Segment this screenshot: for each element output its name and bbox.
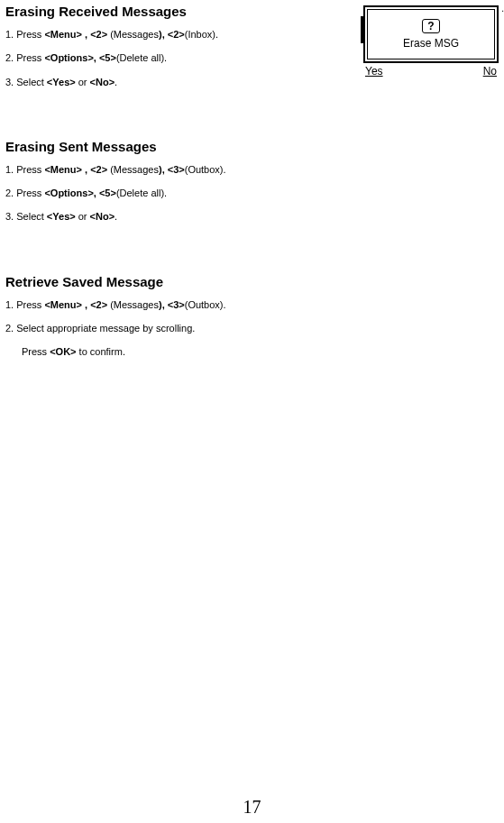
text: . [115, 77, 117, 87]
softkey-no: No [483, 65, 497, 78]
text: 3. Select [5, 211, 47, 222]
phone-message: Erase MSG [403, 37, 459, 50]
key: ), <2> [159, 29, 185, 40]
phone-inner: ? Erase MSG [367, 9, 495, 59]
section-retrieve-saved: Retrieve Saved Message 1. Press <Menu> ,… [5, 274, 499, 359]
text: 3. Select [5, 77, 47, 87]
key: <Yes> [47, 77, 76, 87]
text: (Outbox). [185, 299, 226, 310]
key: <Options>, <5> [44, 52, 115, 63]
phone-figure: . ? Erase MSG Yes No [363, 5, 499, 78]
text: or [76, 211, 90, 222]
text: (Delete all). [116, 187, 167, 198]
phone-screen: ? Erase MSG [363, 5, 499, 63]
key: <No> [90, 211, 115, 222]
page-number: 17 [0, 797, 504, 818]
text: (Delete all). [116, 52, 167, 63]
key: <Menu> , <2> [44, 29, 107, 40]
key: ), <3> [159, 164, 185, 175]
text: (Outbox). [185, 164, 226, 175]
step: 1. Press <Menu> , <2> (Messages), <3>(Ou… [5, 163, 499, 176]
key: <Menu> , <2> [44, 299, 107, 310]
phone-softkeys: Yes No [363, 63, 499, 78]
key: <Options>, <5> [44, 187, 115, 198]
text: Press [22, 346, 50, 357]
text: . [115, 211, 117, 222]
heading-erasing-sent: Erasing Sent Messages [5, 139, 499, 154]
key: <No> [90, 77, 115, 87]
text: 2. Press [5, 187, 44, 198]
text: 2. Select appropriate message by scrolli… [5, 323, 195, 334]
section-erasing-sent: Erasing Sent Messages 1. Press <Menu> , … [5, 139, 499, 224]
step: 2. Select appropriate message by scrolli… [5, 322, 499, 334]
text: 1. Press [5, 164, 44, 175]
text: (Messages [107, 29, 159, 40]
text: (Messages [107, 299, 159, 310]
text: 2. Press [5, 52, 44, 63]
text: or [76, 77, 90, 87]
text: 1. Press [5, 299, 44, 310]
key: ), <3> [159, 299, 185, 310]
heading-retrieve-saved: Retrieve Saved Message [5, 274, 499, 289]
key: <Yes> [47, 211, 76, 222]
key: <Menu> , <2> [44, 164, 107, 175]
text: (Messages [107, 164, 159, 175]
text: (Inbox). [185, 29, 218, 40]
text: 1. Press [5, 29, 44, 40]
key: <OK> [50, 346, 76, 357]
question-icon: ? [422, 19, 440, 33]
step: 2. Press <Options>, <5>(Delete all). [5, 187, 499, 199]
softkey-yes: Yes [365, 65, 383, 78]
phone-bridge [361, 16, 363, 43]
step-indent: Press <OK> to confirm. [22, 345, 499, 358]
step: 1. Press <Menu> , <2> (Messages), <3>(Ou… [5, 298, 499, 311]
step: 3. Select <Yes> or <No>. [5, 210, 499, 223]
text: to confirm. [77, 346, 125, 357]
